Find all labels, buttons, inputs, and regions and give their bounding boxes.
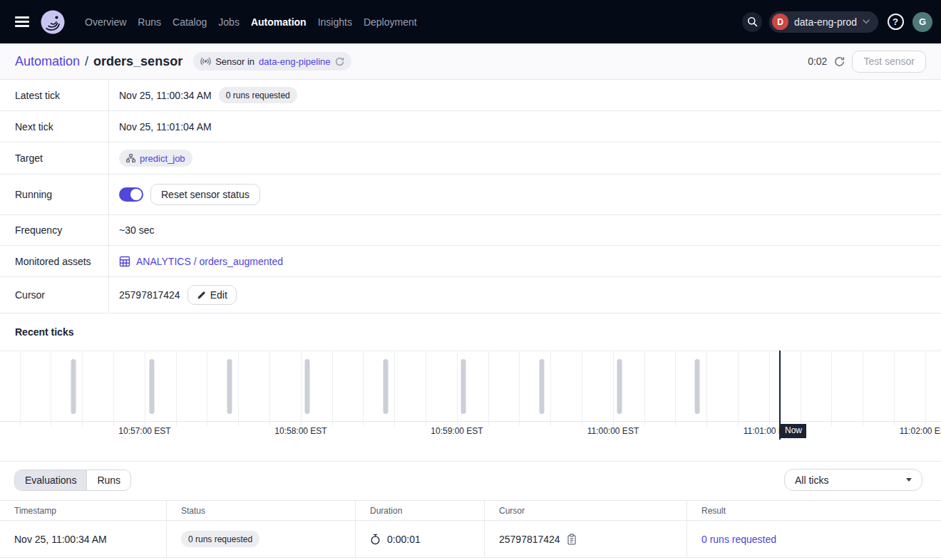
- job-icon: [126, 154, 135, 162]
- chevron-down-icon: [863, 19, 870, 24]
- nav-item-deployment[interactable]: Deployment: [364, 16, 417, 28]
- timeline-gridline: [176, 351, 177, 426]
- column-header-duration: Duration: [355, 501, 484, 520]
- timeline-gridline: [550, 351, 551, 426]
- latest-tick-label: Latest tick: [0, 80, 109, 110]
- pencil-icon: [197, 291, 206, 300]
- tick-bar[interactable]: [617, 359, 622, 414]
- reload-location-icon[interactable]: [335, 57, 344, 66]
- nav-item-automation[interactable]: Automation: [251, 16, 307, 28]
- timeline-gridline: [301, 351, 302, 426]
- tab-evaluations[interactable]: Evaluations: [15, 470, 87, 490]
- cursor-value: 25797817424: [119, 289, 180, 301]
- dagster-logo-icon[interactable]: [40, 9, 66, 35]
- table-header-row: Timestamp Status Duration Cursor Result: [0, 500, 941, 521]
- tab-runs[interactable]: Runs: [87, 470, 130, 490]
- monitored-asset-name: ANALYTICS / orders_augmented: [136, 256, 283, 267]
- timeline-gridline: [925, 351, 926, 426]
- workspace-avatar: D: [772, 14, 788, 30]
- nav-item-insights[interactable]: Insights: [318, 16, 352, 28]
- cell-status-badge: 0 runs requested: [181, 531, 259, 547]
- timeline-gridline: [488, 351, 489, 426]
- sensor-icon: [200, 57, 211, 66]
- nav-item-runs[interactable]: Runs: [138, 16, 161, 28]
- latest-tick-status-badge: 0 runs requested: [219, 87, 297, 103]
- timeline-gridline: [831, 351, 832, 426]
- edit-cursor-button[interactable]: Edit: [187, 285, 237, 305]
- code-location-link[interactable]: data-eng-pipeline: [259, 56, 330, 67]
- nav-item-catalog[interactable]: Catalog: [173, 16, 207, 28]
- monitored-assets-row: Monitored assets ANALYTICS / orders_augm…: [0, 246, 941, 277]
- edit-cursor-button-label: Edit: [210, 289, 227, 301]
- search-icon: [747, 16, 758, 27]
- latest-tick-row: Latest tick Nov 25, 11:00:34 AM 0 runs r…: [0, 80, 941, 111]
- workspace-switcher[interactable]: D data-eng-prod: [769, 11, 878, 33]
- breadcrumb-automation-link[interactable]: Automation: [15, 54, 80, 69]
- breadcrumb-separator: /: [85, 54, 88, 69]
- timeline-gridline: [706, 351, 707, 426]
- tick-bar[interactable]: [383, 359, 388, 414]
- user-avatar[interactable]: G: [912, 12, 932, 32]
- running-toggle[interactable]: [119, 187, 143, 202]
- cursor-row: Cursor 25797817424 Edit: [0, 277, 941, 313]
- hamburger-menu-icon[interactable]: [15, 16, 31, 26]
- next-tick-label: Next tick: [0, 111, 109, 142]
- tick-bar[interactable]: [304, 359, 309, 414]
- recent-ticks-timeline: 10:57:00 EST10:58:00 EST10:59:00 EST11:0…: [0, 351, 941, 442]
- reset-sensor-status-button[interactable]: Reset sensor status: [150, 184, 260, 205]
- test-sensor-button[interactable]: Test sensor: [852, 51, 926, 73]
- timeline-gridline: [426, 351, 426, 426]
- nav-item-overview[interactable]: Overview: [85, 16, 126, 28]
- timeline-gridline: [863, 351, 863, 426]
- timeline-gridline: [207, 351, 207, 426]
- tick-bar[interactable]: [71, 359, 76, 414]
- column-header-timestamp: Timestamp: [0, 501, 166, 520]
- timeline-gridline: [394, 351, 395, 426]
- next-tick-row: Next tick Nov 25, 11:01:04 AM: [0, 111, 941, 142]
- frequency-label: Frequency: [0, 215, 109, 245]
- search-button[interactable]: [742, 12, 762, 32]
- sensor-origin-badge: Sensor in data-eng-pipeline: [193, 52, 351, 71]
- copy-cursor-button[interactable]: [567, 534, 577, 545]
- latest-tick-value: Nov 25, 11:00:34 AM: [119, 90, 212, 101]
- timeline-gridline: [20, 351, 21, 426]
- timeline-axis-label: 11:02:00 EST: [900, 426, 941, 436]
- column-header-result: Result: [687, 501, 941, 520]
- stopwatch-icon: [370, 534, 381, 545]
- timeline-gridline: [582, 351, 582, 426]
- caret-down-icon: [906, 478, 912, 482]
- tick-bar[interactable]: [150, 359, 155, 414]
- cursor-label: Cursor: [0, 277, 109, 313]
- tick-bar[interactable]: [227, 359, 232, 414]
- nav-item-jobs[interactable]: Jobs: [218, 16, 240, 28]
- cell-cursor: 25797817424: [499, 534, 560, 545]
- cell-result-link[interactable]: 0 runs requested: [701, 534, 776, 545]
- target-job-chip[interactable]: predict_job: [119, 150, 192, 167]
- target-row: Target predict_job: [0, 142, 941, 175]
- timeline-gridline: [363, 351, 364, 426]
- monitored-asset-link[interactable]: ANALYTICS / orders_augmented: [119, 256, 283, 267]
- refresh-button[interactable]: [834, 56, 845, 67]
- timeline-gridline: [519, 351, 520, 426]
- table-row: Nov 25, 11:00:34 AM 0 runs requested 0:0…: [0, 521, 941, 558]
- cell-timestamp: Nov 25, 11:00:34 AM: [14, 534, 107, 545]
- tick-bar[interactable]: [540, 359, 545, 414]
- tick-bar[interactable]: [461, 359, 466, 414]
- timeline-gridline: [894, 351, 895, 426]
- timeline-gridline: [332, 351, 333, 426]
- sensor-detail-rows: Latest tick Nov 25, 11:00:34 AM 0 runs r…: [0, 80, 941, 313]
- target-job-name: predict_job: [140, 153, 185, 164]
- column-header-cursor: Cursor: [484, 501, 687, 520]
- tick-bar[interactable]: [694, 359, 699, 414]
- help-button[interactable]: ?: [885, 12, 905, 32]
- timeline-gridline: [82, 351, 83, 426]
- timeline-gridline: [738, 351, 739, 426]
- monitored-assets-label: Monitored assets: [0, 246, 109, 276]
- timeline-axis-label: 10:57:00 EST: [118, 426, 170, 436]
- tick-filter-dropdown[interactable]: All ticks: [784, 469, 922, 491]
- running-label: Running: [0, 175, 109, 214]
- asset-table-icon: [119, 256, 130, 267]
- section-divider: [0, 461, 941, 462]
- timeline-gridline: [51, 351, 51, 426]
- next-tick-value: Nov 25, 11:01:04 AM: [119, 121, 212, 133]
